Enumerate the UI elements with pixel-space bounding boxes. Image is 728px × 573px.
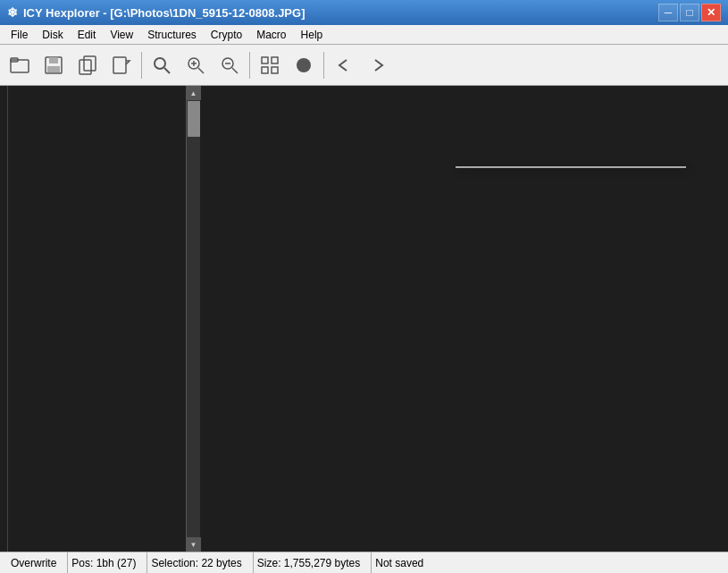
context-menu: [456, 166, 686, 168]
menu-crypto[interactable]: Crypto: [204, 25, 249, 44]
maximize-button[interactable]: □: [680, 4, 699, 21]
title-bar-controls: ─ □ ✕: [658, 4, 721, 21]
scroll-track[interactable]: [187, 100, 200, 537]
text-view: [7, 86, 186, 552]
status-mode: Overwrite: [7, 552, 68, 573]
back-button[interactable]: [328, 49, 360, 81]
menu-bar: File Disk Edit View Structures Crypto Ma…: [0, 25, 728, 45]
scroll-down[interactable]: ▼: [187, 537, 201, 552]
hex-editor[interactable]: [0, 86, 7, 552]
toolbar-separator-2: [249, 52, 250, 79]
svg-line-9: [164, 68, 170, 73]
scroll-thumb[interactable]: [188, 101, 200, 137]
svg-rect-5: [84, 56, 96, 71]
title-bar-left: ❄ ICY Hexplorer - [G:\Photos\1DN_5915-12…: [7, 5, 305, 20]
copy-button[interactable]: [71, 49, 104, 81]
hex-container: ▲ ▼: [0, 86, 200, 552]
status-size: Size: 1,755,279 bytes: [254, 552, 372, 573]
minimize-button[interactable]: ─: [658, 4, 678, 21]
record-button[interactable]: [288, 49, 320, 81]
menu-help[interactable]: Help: [294, 25, 331, 44]
svg-line-13: [232, 68, 238, 73]
toolbar: [0, 45, 728, 86]
window-title: ICY Hexplorer - [G:\Photos\1DN_5915-12-0…: [23, 6, 305, 20]
app-icon: ❄: [7, 5, 18, 20]
find-button[interactable]: [180, 49, 212, 81]
menu-structures[interactable]: Structures: [140, 25, 204, 44]
menu-disk[interactable]: Disk: [35, 25, 70, 44]
open-button[interactable]: [4, 49, 36, 81]
menu-edit[interactable]: Edit: [71, 25, 104, 44]
menu-file[interactable]: File: [4, 25, 35, 44]
forward-button[interactable]: [362, 49, 394, 81]
status-bar: Overwrite Pos: 1bh (27) Selection: 22 by…: [0, 552, 728, 573]
svg-point-8: [155, 58, 165, 69]
svg-rect-3: [49, 57, 58, 63]
fit-button[interactable]: [254, 49, 286, 81]
find2-button[interactable]: [213, 49, 246, 81]
status-selection: Selection: 22 bytes: [147, 552, 253, 573]
svg-rect-6: [79, 60, 91, 74]
main-area: ▲ ▼: [0, 86, 728, 552]
status-saved: Not saved: [372, 552, 434, 573]
scroll-up[interactable]: ▲: [187, 86, 201, 100]
search-button[interactable]: [146, 49, 178, 81]
svg-line-11: [198, 68, 204, 73]
status-position: Pos: 1bh (27): [68, 552, 147, 573]
title-bar: ❄ ICY Hexplorer - [G:\Photos\1DN_5915-12…: [0, 0, 728, 25]
export-button[interactable]: [105, 49, 138, 81]
svg-rect-7: [113, 57, 126, 73]
toolbar-separator-1: [141, 52, 142, 79]
menu-view[interactable]: View: [103, 25, 140, 44]
close-button[interactable]: ✕: [701, 4, 721, 21]
svg-point-14: [297, 58, 311, 72]
toolbar-separator-3: [323, 52, 324, 79]
save-button[interactable]: [38, 49, 70, 81]
scrollbar[interactable]: ▲ ▼: [186, 86, 200, 552]
svg-rect-4: [47, 66, 60, 72]
menu-macro[interactable]: Macro: [249, 25, 293, 44]
